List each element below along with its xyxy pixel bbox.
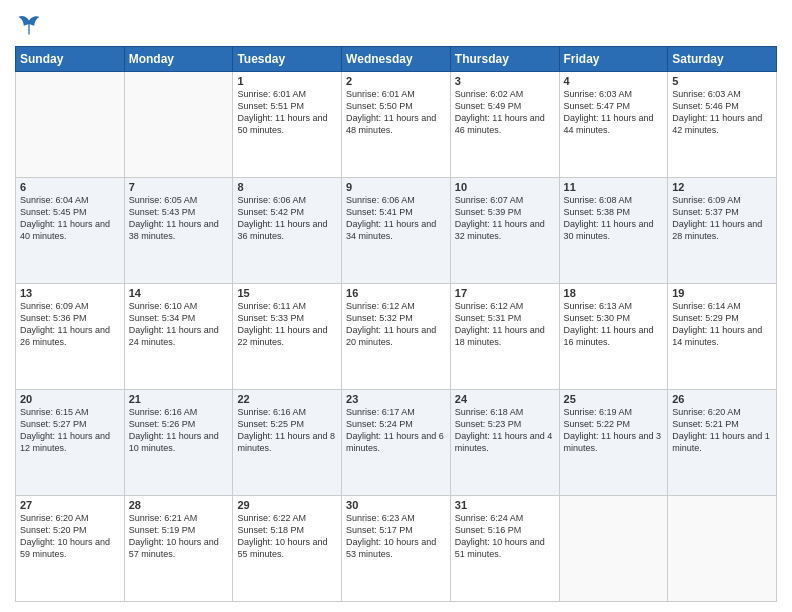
day-number: 6 (20, 181, 120, 193)
calendar-cell: 31Sunrise: 6:24 AM Sunset: 5:16 PM Dayli… (450, 496, 559, 602)
cell-content: Sunrise: 6:21 AM Sunset: 5:19 PM Dayligh… (129, 512, 229, 561)
logo-icon (15, 10, 43, 38)
day-number: 27 (20, 499, 120, 511)
day-number: 31 (455, 499, 555, 511)
day-number: 18 (564, 287, 664, 299)
calendar-cell: 1Sunrise: 6:01 AM Sunset: 5:51 PM Daylig… (233, 72, 342, 178)
day-number: 7 (129, 181, 229, 193)
day-number: 3 (455, 75, 555, 87)
cell-content: Sunrise: 6:12 AM Sunset: 5:31 PM Dayligh… (455, 300, 555, 349)
calendar-cell: 27Sunrise: 6:20 AM Sunset: 5:20 PM Dayli… (16, 496, 125, 602)
day-number: 25 (564, 393, 664, 405)
cell-content: Sunrise: 6:12 AM Sunset: 5:32 PM Dayligh… (346, 300, 446, 349)
cell-content: Sunrise: 6:20 AM Sunset: 5:21 PM Dayligh… (672, 406, 772, 455)
calendar-cell: 19Sunrise: 6:14 AM Sunset: 5:29 PM Dayli… (668, 284, 777, 390)
calendar-cell: 15Sunrise: 6:11 AM Sunset: 5:33 PM Dayli… (233, 284, 342, 390)
calendar-cell: 25Sunrise: 6:19 AM Sunset: 5:22 PM Dayli… (559, 390, 668, 496)
cell-content: Sunrise: 6:13 AM Sunset: 5:30 PM Dayligh… (564, 300, 664, 349)
cell-content: Sunrise: 6:19 AM Sunset: 5:22 PM Dayligh… (564, 406, 664, 455)
day-number: 30 (346, 499, 446, 511)
calendar-cell: 5Sunrise: 6:03 AM Sunset: 5:46 PM Daylig… (668, 72, 777, 178)
day-number: 8 (237, 181, 337, 193)
cell-content: Sunrise: 6:02 AM Sunset: 5:49 PM Dayligh… (455, 88, 555, 137)
cell-content: Sunrise: 6:06 AM Sunset: 5:42 PM Dayligh… (237, 194, 337, 243)
calendar-header-wednesday: Wednesday (342, 47, 451, 72)
cell-content: Sunrise: 6:03 AM Sunset: 5:47 PM Dayligh… (564, 88, 664, 137)
cell-content: Sunrise: 6:09 AM Sunset: 5:36 PM Dayligh… (20, 300, 120, 349)
cell-content: Sunrise: 6:18 AM Sunset: 5:23 PM Dayligh… (455, 406, 555, 455)
day-number: 20 (20, 393, 120, 405)
day-number: 4 (564, 75, 664, 87)
day-number: 11 (564, 181, 664, 193)
cell-content: Sunrise: 6:07 AM Sunset: 5:39 PM Dayligh… (455, 194, 555, 243)
cell-content: Sunrise: 6:11 AM Sunset: 5:33 PM Dayligh… (237, 300, 337, 349)
day-number: 22 (237, 393, 337, 405)
calendar-cell: 22Sunrise: 6:16 AM Sunset: 5:25 PM Dayli… (233, 390, 342, 496)
calendar-header-monday: Monday (124, 47, 233, 72)
header (15, 10, 777, 38)
calendar-cell: 8Sunrise: 6:06 AM Sunset: 5:42 PM Daylig… (233, 178, 342, 284)
calendar-cell: 24Sunrise: 6:18 AM Sunset: 5:23 PM Dayli… (450, 390, 559, 496)
calendar-header-sunday: Sunday (16, 47, 125, 72)
day-number: 23 (346, 393, 446, 405)
calendar-cell: 4Sunrise: 6:03 AM Sunset: 5:47 PM Daylig… (559, 72, 668, 178)
calendar-cell (668, 496, 777, 602)
page: SundayMondayTuesdayWednesdayThursdayFrid… (0, 0, 792, 612)
calendar-cell: 10Sunrise: 6:07 AM Sunset: 5:39 PM Dayli… (450, 178, 559, 284)
calendar-cell (559, 496, 668, 602)
day-number: 21 (129, 393, 229, 405)
calendar-cell: 14Sunrise: 6:10 AM Sunset: 5:34 PM Dayli… (124, 284, 233, 390)
cell-content: Sunrise: 6:24 AM Sunset: 5:16 PM Dayligh… (455, 512, 555, 561)
day-number: 13 (20, 287, 120, 299)
calendar-cell: 6Sunrise: 6:04 AM Sunset: 5:45 PM Daylig… (16, 178, 125, 284)
cell-content: Sunrise: 6:03 AM Sunset: 5:46 PM Dayligh… (672, 88, 772, 137)
logo (15, 10, 45, 38)
calendar-cell: 28Sunrise: 6:21 AM Sunset: 5:19 PM Dayli… (124, 496, 233, 602)
calendar-cell (16, 72, 125, 178)
day-number: 14 (129, 287, 229, 299)
cell-content: Sunrise: 6:16 AM Sunset: 5:25 PM Dayligh… (237, 406, 337, 455)
calendar-header-friday: Friday (559, 47, 668, 72)
day-number: 19 (672, 287, 772, 299)
calendar-cell: 29Sunrise: 6:22 AM Sunset: 5:18 PM Dayli… (233, 496, 342, 602)
calendar-header-thursday: Thursday (450, 47, 559, 72)
calendar-week-row: 27Sunrise: 6:20 AM Sunset: 5:20 PM Dayli… (16, 496, 777, 602)
calendar-week-row: 6Sunrise: 6:04 AM Sunset: 5:45 PM Daylig… (16, 178, 777, 284)
cell-content: Sunrise: 6:05 AM Sunset: 5:43 PM Dayligh… (129, 194, 229, 243)
calendar-cell: 7Sunrise: 6:05 AM Sunset: 5:43 PM Daylig… (124, 178, 233, 284)
calendar-header-tuesday: Tuesday (233, 47, 342, 72)
day-number: 2 (346, 75, 446, 87)
day-number: 16 (346, 287, 446, 299)
calendar-cell: 2Sunrise: 6:01 AM Sunset: 5:50 PM Daylig… (342, 72, 451, 178)
day-number: 5 (672, 75, 772, 87)
calendar-cell: 21Sunrise: 6:16 AM Sunset: 5:26 PM Dayli… (124, 390, 233, 496)
cell-content: Sunrise: 6:17 AM Sunset: 5:24 PM Dayligh… (346, 406, 446, 455)
day-number: 28 (129, 499, 229, 511)
cell-content: Sunrise: 6:01 AM Sunset: 5:50 PM Dayligh… (346, 88, 446, 137)
calendar-header-saturday: Saturday (668, 47, 777, 72)
calendar-cell: 13Sunrise: 6:09 AM Sunset: 5:36 PM Dayli… (16, 284, 125, 390)
calendar-cell: 9Sunrise: 6:06 AM Sunset: 5:41 PM Daylig… (342, 178, 451, 284)
day-number: 29 (237, 499, 337, 511)
day-number: 1 (237, 75, 337, 87)
calendar-table: SundayMondayTuesdayWednesdayThursdayFrid… (15, 46, 777, 602)
cell-content: Sunrise: 6:10 AM Sunset: 5:34 PM Dayligh… (129, 300, 229, 349)
calendar-cell: 18Sunrise: 6:13 AM Sunset: 5:30 PM Dayli… (559, 284, 668, 390)
cell-content: Sunrise: 6:08 AM Sunset: 5:38 PM Dayligh… (564, 194, 664, 243)
calendar-cell: 26Sunrise: 6:20 AM Sunset: 5:21 PM Dayli… (668, 390, 777, 496)
cell-content: Sunrise: 6:09 AM Sunset: 5:37 PM Dayligh… (672, 194, 772, 243)
calendar-cell: 12Sunrise: 6:09 AM Sunset: 5:37 PM Dayli… (668, 178, 777, 284)
cell-content: Sunrise: 6:04 AM Sunset: 5:45 PM Dayligh… (20, 194, 120, 243)
calendar-cell: 11Sunrise: 6:08 AM Sunset: 5:38 PM Dayli… (559, 178, 668, 284)
calendar-week-row: 1Sunrise: 6:01 AM Sunset: 5:51 PM Daylig… (16, 72, 777, 178)
calendar-week-row: 13Sunrise: 6:09 AM Sunset: 5:36 PM Dayli… (16, 284, 777, 390)
calendar-cell: 20Sunrise: 6:15 AM Sunset: 5:27 PM Dayli… (16, 390, 125, 496)
cell-content: Sunrise: 6:23 AM Sunset: 5:17 PM Dayligh… (346, 512, 446, 561)
cell-content: Sunrise: 6:14 AM Sunset: 5:29 PM Dayligh… (672, 300, 772, 349)
calendar-cell (124, 72, 233, 178)
calendar-cell: 3Sunrise: 6:02 AM Sunset: 5:49 PM Daylig… (450, 72, 559, 178)
cell-content: Sunrise: 6:06 AM Sunset: 5:41 PM Dayligh… (346, 194, 446, 243)
calendar-cell: 30Sunrise: 6:23 AM Sunset: 5:17 PM Dayli… (342, 496, 451, 602)
cell-content: Sunrise: 6:16 AM Sunset: 5:26 PM Dayligh… (129, 406, 229, 455)
calendar-cell: 17Sunrise: 6:12 AM Sunset: 5:31 PM Dayli… (450, 284, 559, 390)
